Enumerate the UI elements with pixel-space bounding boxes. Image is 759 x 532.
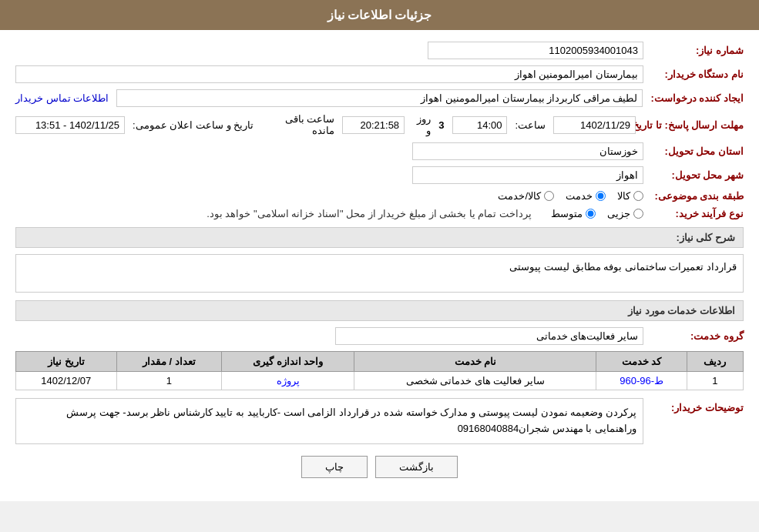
buyer-notes-wrapper: پرکردن وضعیمه نمودن لیست پیوستی و مدارک … <box>15 398 643 444</box>
col-qty: تعداد / مقدار <box>116 352 222 372</box>
purchase-jozi-label: جزیی <box>607 208 630 219</box>
category-kala-label: کالا <box>617 190 630 202</box>
requester-label: ایجاد کننده درخواست: <box>650 92 744 104</box>
col-row: ردیف <box>687 352 743 372</box>
buyer-name-value: بیمارستان امیرالمومنین اهواز <box>15 65 643 83</box>
city-label: شهر محل تحویل: <box>651 169 744 181</box>
category-kala-khedmat-label: کالا/خدمت <box>498 190 541 202</box>
category-row: طبقه بندی موضوعی: کالا خدمت کالا/خدمت <box>15 190 744 202</box>
cell-date: 1402/12/07 <box>16 372 117 390</box>
deadline-days: 3 <box>438 119 444 131</box>
purchase-type-motavasset: متوسط <box>551 208 596 219</box>
need-desc-title: شرح کلی نیاز: <box>15 227 744 248</box>
category-label: طبقه بندی موضوعی: <box>651 190 744 202</box>
purchase-type-radio-motavasset[interactable] <box>586 209 596 219</box>
cell-name: سایر فعالیت های خدماتی شخصی <box>354 372 596 390</box>
purchase-type-radio-jozi[interactable] <box>633 209 643 219</box>
deadline-time: 14:00 <box>452 116 508 134</box>
province-row: استان محل تحویل: خوزستان <box>15 142 744 160</box>
category-option-kala-khedmat: کالا/خدمت <box>498 190 554 202</box>
deadline-date: 1402/11/29 <box>553 116 636 134</box>
cell-row: 1 <box>687 372 743 390</box>
province-value: خوزستان <box>412 142 643 160</box>
category-radio-khedmat[interactable] <box>596 191 606 201</box>
services-title: اطلاعات خدمات مورد نیاز <box>15 300 744 321</box>
category-option-khedmat: خدمت <box>566 190 606 202</box>
need-number-label: شماره نیاز: <box>651 45 744 56</box>
deadline-remaining-label: ساعت باقی مانده <box>269 113 334 136</box>
service-group-value: سایر فعالیت‌های خدماتی <box>335 327 643 345</box>
back-button[interactable]: بازگشت <box>375 456 458 478</box>
category-khedmat-label: خدمت <box>566 190 593 202</box>
services-section: اطلاعات خدمات مورد نیاز گروه خدمت: سایر … <box>15 300 744 390</box>
need-desc-value: قرارداد تعمیرات ساختمانی بوفه مطابق لیست… <box>15 254 744 293</box>
col-date: تاریخ نیاز <box>16 352 117 372</box>
buyer-notes-value: پرکردن وضعیمه نمودن لیست پیوستی و مدارک … <box>15 398 643 444</box>
requester-contact-link[interactable]: اطلاعات تماس خریدار <box>15 92 109 104</box>
deadline-days-label: روز و <box>412 113 431 136</box>
deadline-time-label: ساعت: <box>515 119 546 131</box>
purchase-motavasset-label: متوسط <box>551 208 583 219</box>
print-button[interactable]: چاپ <box>301 456 368 478</box>
page-title: جزئیات اطلاعات نیاز <box>327 8 432 22</box>
category-option-kala: کالا <box>617 190 643 202</box>
buyer-notes-section: توضیحات خریدار: پرکردن وضعیمه نمودن لیست… <box>15 398 744 444</box>
deadline-row: مهلت ارسال پاسخ: تا تاریخ: 1402/11/29 سا… <box>15 113 744 136</box>
page-header: جزئیات اطلاعات نیاز <box>0 0 759 30</box>
purchase-type-jozi: جزیی <box>607 208 643 219</box>
col-code: کد خدمت <box>596 352 687 372</box>
buyer-notes-label: توضیحات خریدار: <box>651 398 744 413</box>
service-group-label: گروه خدمت: <box>651 330 744 342</box>
need-number-value: 1102005934001043 <box>428 42 643 59</box>
service-group-row: گروه خدمت: سایر فعالیت‌های خدماتی <box>15 327 744 345</box>
category-radio-kala[interactable] <box>633 191 643 201</box>
table-row: 1 ط-96-960 سایر فعالیت های خدماتی شخصی پ… <box>16 372 744 390</box>
city-value: اهواز <box>412 166 643 184</box>
city-row: شهر محل تحویل: اهواز <box>15 166 744 184</box>
purchase-type-options: جزیی متوسط پرداخت تمام یا بخشی از مبلغ خ… <box>207 208 643 219</box>
cell-code: ط-96-960 <box>596 372 687 390</box>
buyer-name-row: نام دستگاه خریدار: بیمارستان امیرالمومنی… <box>15 65 744 83</box>
deadline-label: مهلت ارسال پاسخ: تا تاریخ: <box>643 119 744 131</box>
col-unit: واحد اندازه گیری <box>222 352 354 372</box>
items-table: ردیف کد خدمت نام خدمت واحد اندازه گیری ت… <box>15 351 744 390</box>
announce-label: تاریخ و ساعت اعلان عمومی: <box>133 119 254 131</box>
category-options: کالا خدمت کالا/خدمت <box>498 190 643 202</box>
announce-value: 1402/11/25 - 13:51 <box>15 116 125 134</box>
action-buttons: بازگشت چاپ <box>15 456 744 478</box>
requester-row: ایجاد کننده درخواست: لطیف مراقی کاربرداز… <box>15 89 744 107</box>
requester-value: لطیف مراقی کاربرداز بیمارستان امیرالمومن… <box>116 89 643 107</box>
cell-qty: 1 <box>116 372 222 390</box>
col-name: نام خدمت <box>354 352 596 372</box>
purchase-type-row: نوع فرآیند خرید: جزیی متوسط پرداخت تمام … <box>15 208 744 219</box>
need-number-row: شماره نیاز: 1102005934001043 <box>15 42 744 59</box>
cell-unit: پروژه <box>222 372 354 390</box>
purchase-type-label: نوع فرآیند خرید: <box>651 208 744 219</box>
purchase-note: پرداخت تمام یا بخشی از مبلغ خریدار از مح… <box>207 208 532 219</box>
need-desc-section: شرح کلی نیاز: قرارداد تعمیرات ساختمانی ب… <box>15 227 744 293</box>
buyer-name-label: نام دستگاه خریدار: <box>651 69 744 80</box>
deadline-remaining: 20:21:58 <box>342 116 405 134</box>
category-radio-kala-khedmat[interactable] <box>544 191 554 201</box>
province-label: استان محل تحویل: <box>651 146 744 157</box>
